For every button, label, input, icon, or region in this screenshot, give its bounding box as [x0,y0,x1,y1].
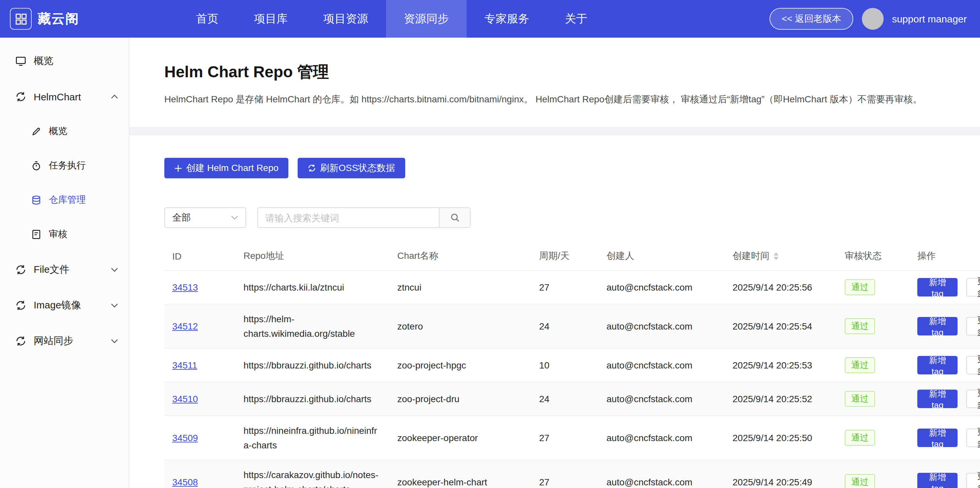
period-cell: 24 [531,304,598,348]
sidebar-group-helmchart[interactable]: HelmChart [0,78,129,114]
sort-icon[interactable] [773,252,779,260]
page-body: 创建 Helm Chart Repo 刷新OSS状态数据 全部 [129,136,980,488]
app-window: 藏云阁 首页 项目库 项目资源 资源同步 专家服务 关于 << 返回老版本 su… [0,0,980,488]
period-cell: 27 [531,416,598,460]
column-label: 创建时间 [732,250,770,262]
user-name: support manager [892,13,967,24]
table-row: 34512 https://helm-charts.wikimedia.org/… [164,304,980,348]
page-title: Helm Chart Repo 管理 [164,61,954,83]
add-tag-button[interactable]: 新增tag [917,429,958,447]
table-row: 34511 https://bbrauzzi.github.io/charts … [164,348,980,382]
sidebar-group-label: File文件 [33,263,69,276]
category-select[interactable]: 全部 [164,207,246,228]
repo-id-link[interactable]: 34513 [172,282,198,293]
category-select-value: 全部 [172,212,191,223]
repo-id-link[interactable]: 34509 [172,432,198,443]
search-input[interactable] [258,207,439,228]
more-button[interactable]: 更多 [966,278,980,297]
create-button-label: 创建 Helm Chart Repo [186,162,278,174]
nav-item-about[interactable]: 关于 [547,0,605,38]
chevron-down-icon [231,215,238,220]
refresh-button-label: 刷新OSS状态数据 [320,162,395,174]
repo-id-link[interactable]: 34512 [172,321,198,332]
chart-name-cell: zookeeper-operator [389,416,531,460]
user-avatar[interactable] [862,8,883,30]
created-time-cell: 2025/9/14 20:25:53 [725,348,837,382]
more-button-label: 更多 [974,314,980,338]
column-chart-name: Chart名称 [389,242,531,270]
column-actions: 操作 [909,242,980,270]
more-button[interactable]: 更多 [966,429,980,447]
repo-id-link[interactable]: 34511 [172,360,197,370]
nav-item-project-resources[interactable]: 项目资源 [305,0,386,38]
return-old-version-button[interactable]: << 返回老版本 [770,8,853,30]
add-tag-button[interactable]: 新增tag [917,390,958,408]
column-review-status: 审核状态 [837,242,909,270]
period-cell: 27 [531,270,598,304]
repo-table: ID Repo地址 Chart名称 周期/天 创建人 创建时间 [164,242,980,488]
add-tag-button[interactable]: 新增tag [917,317,958,335]
table-header-row: ID Repo地址 Chart名称 周期/天 创建人 创建时间 [164,242,980,270]
search-button[interactable] [439,207,471,228]
period-cell: 24 [531,382,598,416]
sidebar-item-task-execution[interactable]: 任务执行 [0,148,129,183]
period-cell: 27 [531,460,598,488]
creator-cell: auto@cncfstack.com [598,382,725,416]
sidebar-item-repo-management[interactable]: 仓库管理 [0,183,129,217]
sidebar-item-label: 概览 [49,126,67,137]
nav-item-resource-sync[interactable]: 资源同步 [386,0,466,38]
search-group [258,207,471,228]
nav-item-home[interactable]: 首页 [178,0,236,38]
create-helm-chart-repo-button[interactable]: 创建 Helm Chart Repo [164,158,288,178]
sync-icon [15,91,26,102]
sidebar: 概览 HelmChart 概览 [0,38,129,488]
add-tag-button[interactable]: 新增tag [917,278,958,297]
status-badge: 通过 [845,318,875,334]
chevron-down-icon [111,303,118,308]
sidebar-group-file[interactable]: File文件 [0,252,129,287]
add-tag-button[interactable]: 新增tag [917,473,958,488]
sidebar-item-label: 概览 [33,54,54,67]
repo-url-cell: https://helm-charts.wikimedia.org/stable [235,304,389,348]
sidebar-item-overview[interactable]: 概览 [0,43,129,78]
creator-cell: auto@cncfstack.com [598,348,725,382]
sidebar-group-label: HelmChart [33,91,81,102]
topbar-right: << 返回老版本 support manager [770,8,980,30]
chevron-down-icon [111,338,118,343]
period-cell: 10 [531,348,598,382]
add-tag-button[interactable]: 新增tag [917,356,958,375]
repo-id-link[interactable]: 34508 [172,477,198,487]
plus-icon [174,164,182,172]
sidebar-group-image[interactable]: Image镜像 [0,287,129,323]
sidebar-group-website-sync[interactable]: 网站同步 [0,323,129,359]
refresh-oss-status-button[interactable]: 刷新OSS状态数据 [298,158,405,178]
repo-id-link[interactable]: 34510 [172,394,198,404]
main-nav: 首页 项目库 项目资源 资源同步 专家服务 关于 [178,0,605,38]
sidebar-group-label: Image镜像 [33,299,81,311]
sidebar-item-label: 任务执行 [49,160,86,172]
status-badge: 通过 [845,430,875,446]
sync-icon [15,300,26,311]
nav-item-expert-services[interactable]: 专家服务 [466,0,547,38]
more-button[interactable]: 更多 [966,356,980,375]
more-button[interactable]: 更多 [966,390,980,408]
created-time-cell: 2025/9/14 20:25:49 [725,460,837,488]
main-content: Helm Chart Repo 管理 HelmChart Repo 是存储 He… [129,38,980,488]
chart-name-cell: ztncui [389,270,531,304]
more-button[interactable]: 更多 [966,317,980,335]
nav-item-project-library[interactable]: 项目库 [236,0,305,38]
page-header: Helm Chart Repo 管理 HelmChart Repo 是存储 He… [129,38,980,127]
top-navigation-bar: 藏云阁 首页 项目库 项目资源 资源同步 专家服务 关于 << 返回老版本 su… [0,0,980,38]
sidebar-item-review[interactable]: 审核 [0,217,129,252]
brand[interactable]: 藏云阁 [0,8,79,30]
creator-cell: auto@cncfstack.com [598,416,725,460]
chevron-up-icon [111,94,118,99]
created-time-cell: 2025/9/14 20:25:54 [725,304,837,348]
sidebar-submenu-helmchart: 概览 任务执行 仓库管理 [0,114,129,252]
more-button[interactable]: 更多 [966,473,980,488]
sidebar-item-label: 审核 [49,228,67,240]
status-badge: 通过 [845,391,875,407]
sidebar-item-helm-overview[interactable]: 概览 [0,114,129,148]
toolbar: 创建 Helm Chart Repo 刷新OSS状态数据 [164,158,980,178]
more-button-label: 更多 [974,387,980,411]
